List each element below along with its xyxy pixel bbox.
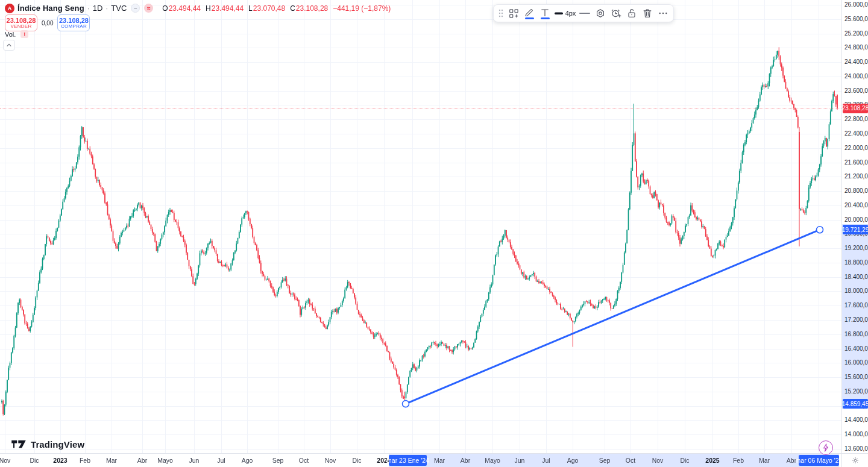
current-price-label: 23.108,28 <box>843 104 868 113</box>
time-axis-month-label: Nov <box>652 457 664 464</box>
price-tick-label: 16.400,00 <box>844 345 868 352</box>
add-object-button[interactable] <box>506 5 521 21</box>
symbol-title[interactable]: Índice Hang Seng <box>17 4 84 13</box>
pencil-icon <box>524 8 535 17</box>
time-axis[interactable]: mar 23 Ene '24 mar 06 Mayo '25 NovDic202… <box>0 453 841 467</box>
price-tick-label: 14.400,00 <box>844 416 868 423</box>
interval-label[interactable]: 1D <box>93 4 103 13</box>
price-tick-label: 24.000,00 <box>844 73 868 80</box>
trendline-end-handle[interactable] <box>817 227 823 233</box>
lightning-icon <box>822 443 829 452</box>
price-tick-label: 26.000,00 <box>844 1 868 8</box>
symbol-logo: A <box>5 4 14 13</box>
price-tick-label: 18.800,00 <box>844 259 868 266</box>
time-axis-month-label: Jun <box>189 457 200 464</box>
separator: · <box>105 4 108 13</box>
trade-panel: 23.108,28 VENDER 0,00 23.108,28 COMPRAR <box>5 14 90 31</box>
separator: · <box>87 4 90 13</box>
price-tick-label: 21.200,00 <box>844 173 868 180</box>
text-icon <box>539 8 550 17</box>
price-tick-label: 17.600,00 <box>844 302 868 309</box>
unlock-icon <box>626 7 638 19</box>
chevron-up-icon <box>6 42 12 48</box>
price-axis[interactable]: 19.721,29 14.859,45 23.108,28 26.000,002… <box>841 0 868 453</box>
drag-dots-icon <box>498 8 504 18</box>
time-axis-month-label: Dic <box>30 457 39 464</box>
market-status-icon[interactable]: − <box>131 4 140 13</box>
object-tree-icon <box>508 7 520 19</box>
axis-settings-corner[interactable] <box>841 453 868 467</box>
text-color-button[interactable] <box>537 5 553 21</box>
price-tick-label: 15.200,00 <box>844 388 868 395</box>
time-axis-month-label: Mar <box>106 457 117 464</box>
buy-button[interactable]: 23.108,28 COMPRAR <box>57 14 90 31</box>
delayed-data-icon[interactable]: ≈ <box>144 4 153 13</box>
price-tick-label: 23.600,00 <box>844 87 868 94</box>
time-axis-month-label: Mar <box>434 457 445 464</box>
time-axis-month-label: Nov <box>0 457 10 464</box>
drawing-toolbar: 4px <box>493 4 674 22</box>
draw-color-button[interactable] <box>521 5 537 21</box>
text-color-swatch <box>541 17 550 19</box>
trendline-time-range-highlight <box>389 454 839 467</box>
add-alert-button[interactable] <box>608 5 624 21</box>
line-width-icon <box>554 8 564 18</box>
trash-icon <box>641 7 653 19</box>
time-axis-month-label: Feb <box>733 457 744 464</box>
line-style-button[interactable] <box>577 5 593 21</box>
tradingview-logo[interactable]: TradingView <box>11 439 84 450</box>
open-value: 23.494,44 <box>169 4 201 13</box>
sell-label: VENDER <box>10 24 31 30</box>
price-tick-label: 17.200,00 <box>844 316 868 323</box>
close-label: C <box>290 4 295 13</box>
tradingview-mark-icon <box>11 439 27 450</box>
current-price-line[interactable] <box>0 108 841 108</box>
chart-pane <box>0 0 841 453</box>
time-axis-month-label: Mar <box>759 457 770 464</box>
time-axis-month-label: Jul <box>542 457 550 464</box>
collapse-legend-button[interactable] <box>3 40 15 51</box>
time-axis-month-label: Dic <box>352 457 361 464</box>
time-axis-year-label: 2023 <box>53 457 67 464</box>
trendline-end-date-label: mar 06 Mayo '25 <box>799 455 839 466</box>
candlestick-canvas[interactable] <box>0 0 841 453</box>
price-tick-label: 25.200,00 <box>844 30 868 37</box>
time-axis-month-label: Feb <box>80 457 90 464</box>
ohlc-readout: O23.494,44 H23.494,44 L23.070,48 C23.108… <box>162 4 391 13</box>
more-options-button[interactable] <box>655 5 671 21</box>
price-tick-label: 13.600,00 <box>844 445 868 452</box>
toolbar-drag-handle[interactable] <box>496 5 506 21</box>
time-axis-month-label: Abr <box>461 457 470 464</box>
exchange-label[interactable]: TVC <box>111 4 127 13</box>
settings-icon <box>594 7 606 19</box>
volume-label[interactable]: Vol. <box>5 31 16 38</box>
trendline-start-handle[interactable] <box>403 401 409 407</box>
price-tick-label: 16.000,00 <box>844 359 868 366</box>
time-axis-month-label: Oct <box>626 457 635 464</box>
close-value: 23.108,28 <box>296 4 328 13</box>
high-label: H <box>206 4 211 13</box>
line-width-button[interactable]: 4px <box>553 5 577 21</box>
price-tick-label: 21.600,00 <box>844 159 868 166</box>
volume-warning-icon[interactable]: ! <box>20 30 28 38</box>
tradingview-chart-window: A Índice Hang Seng · 1D · TVC − ≈ O23.49… <box>0 0 868 467</box>
lock-button[interactable] <box>624 5 640 21</box>
time-axis-month-label: Jul <box>217 457 225 464</box>
price-tick-label: 20.000,00 <box>844 216 868 223</box>
change-value: −441,19 (−1,87%) <box>333 4 391 13</box>
price-tick-label: 15.600,00 <box>844 374 868 380</box>
price-tick-label: 18.000,00 <box>844 287 868 294</box>
time-axis-month-label: Ago <box>567 457 579 464</box>
price-tick-label: 20.800,00 <box>844 187 868 194</box>
spread-value: 0,00 <box>42 20 53 27</box>
trendline-low-price-label: 14.859,45 <box>843 399 868 409</box>
quick-trade-button[interactable] <box>819 440 833 455</box>
time-axis-year-label: 2025 <box>705 457 719 464</box>
sell-button[interactable]: 23.108,28 VENDER <box>5 14 37 31</box>
delete-button[interactable] <box>640 5 655 21</box>
price-tick-label: 16.800,00 <box>844 331 868 337</box>
time-axis-month-label: Sep <box>599 457 611 464</box>
settings-button[interactable] <box>593 5 608 21</box>
price-tick-label: 22.800,00 <box>844 116 868 122</box>
low-value: 23.070,48 <box>253 4 285 13</box>
